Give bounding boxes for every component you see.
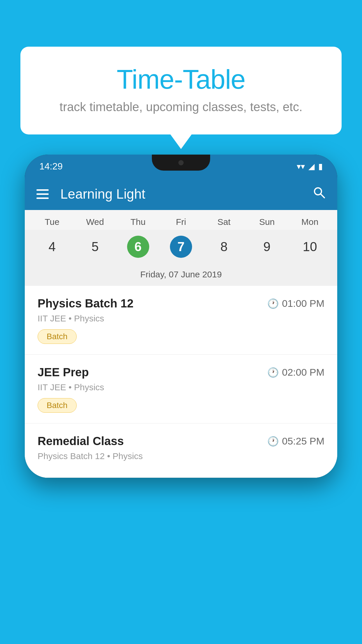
class-item-1[interactable]: Physics Batch 12 🕐 01:00 PM IIT JEE • Ph…: [25, 286, 337, 355]
search-button[interactable]: [313, 186, 326, 202]
day-label-sat[interactable]: Sat: [203, 217, 245, 227]
class-item-2-header: JEE Prep 🕐 02:00 PM: [38, 366, 324, 379]
day-label-sun[interactable]: Sun: [245, 217, 288, 227]
batch-tag-2: Batch: [38, 398, 77, 413]
clock-icon-3: 🕐: [267, 436, 279, 447]
class-item-2[interactable]: JEE Prep 🕐 02:00 PM IIT JEE • Physics Ba…: [25, 355, 337, 424]
class-item-3[interactable]: Remedial Class 🕐 05:25 PM Physics Batch …: [25, 424, 337, 478]
phone-mockup: 14:29 ▾▾ ◢ ▮ Learning Light: [25, 155, 337, 644]
calendar-section: Tue Wed Thu Fri Sat Sun Mon 4 5 6 7 8 9 …: [25, 210, 337, 286]
class-time-1: 🕐 01:00 PM: [267, 298, 324, 309]
selected-date-label: Friday, 07 June 2019: [25, 267, 337, 286]
class-meta-2: IIT JEE • Physics: [38, 382, 324, 392]
class-meta-1: IIT JEE • Physics: [38, 314, 324, 323]
calendar-dates-row: 4 5 6 7 8 9 10: [25, 230, 337, 267]
class-list: Physics Batch 12 🕐 01:00 PM IIT JEE • Ph…: [25, 286, 337, 478]
bubble-subtitle: track timetable, upcoming classes, tests…: [44, 100, 318, 114]
status-time: 14:29: [39, 161, 63, 172]
day-label-thu[interactable]: Thu: [117, 217, 159, 227]
class-time-value-2: 02:00 PM: [282, 367, 324, 378]
day-label-mon[interactable]: Mon: [289, 217, 331, 227]
phone-frame: 14:29 ▾▾ ◢ ▮ Learning Light: [25, 155, 337, 478]
camera-dot: [178, 160, 184, 165]
bubble-title: Time-Table: [44, 64, 318, 95]
calendar-date-8[interactable]: 8: [203, 233, 245, 261]
speech-bubble: Time-Table track timetable, upcoming cla…: [20, 47, 342, 134]
app-title: Learning Light: [60, 186, 313, 202]
class-name-1: Physics Batch 12: [38, 297, 133, 310]
class-time-2: 🕐 02:00 PM: [267, 367, 324, 378]
day-label-fri[interactable]: Fri: [159, 217, 202, 227]
menu-icon[interactable]: [36, 189, 49, 199]
calendar-date-5[interactable]: 5: [73, 233, 116, 261]
battery-icon: ▮: [318, 162, 323, 171]
class-name-3: Remedial Class: [38, 435, 124, 448]
day-label-wed[interactable]: Wed: [73, 217, 116, 227]
speech-bubble-container: Time-Table track timetable, upcoming cla…: [20, 47, 342, 134]
svg-point-0: [314, 188, 321, 195]
wifi-icon: ▾▾: [297, 162, 305, 171]
calendar-date-4[interactable]: 4: [31, 233, 73, 261]
class-item-1-header: Physics Batch 12 🕐 01:00 PM: [38, 297, 324, 310]
status-icons: ▾▾ ◢ ▮: [297, 162, 323, 171]
class-time-3: 🕐 05:25 PM: [267, 435, 324, 447]
svg-line-1: [321, 194, 324, 198]
batch-tag-1: Batch: [38, 329, 77, 344]
calendar-date-7-selected[interactable]: 7: [159, 233, 202, 261]
clock-icon-2: 🕐: [267, 367, 279, 378]
class-item-3-header: Remedial Class 🕐 05:25 PM: [38, 435, 324, 448]
app-toolbar: Learning Light: [25, 178, 337, 210]
clock-icon-1: 🕐: [267, 298, 279, 309]
class-meta-3: Physics Batch 12 • Physics: [38, 451, 324, 461]
class-name-2: JEE Prep: [38, 366, 89, 379]
status-bar: 14:29 ▾▾ ◢ ▮: [25, 155, 337, 178]
calendar-date-9[interactable]: 9: [245, 233, 288, 261]
class-time-value-1: 01:00 PM: [282, 298, 324, 309]
calendar-date-6-today[interactable]: 6: [117, 233, 159, 261]
calendar-days-header: Tue Wed Thu Fri Sat Sun Mon: [25, 210, 337, 230]
class-time-value-3: 05:25 PM: [282, 435, 324, 447]
calendar-date-10[interactable]: 10: [289, 233, 331, 261]
phone-notch: [152, 155, 210, 171]
signal-icon: ◢: [308, 162, 315, 171]
day-label-tue[interactable]: Tue: [31, 217, 73, 227]
